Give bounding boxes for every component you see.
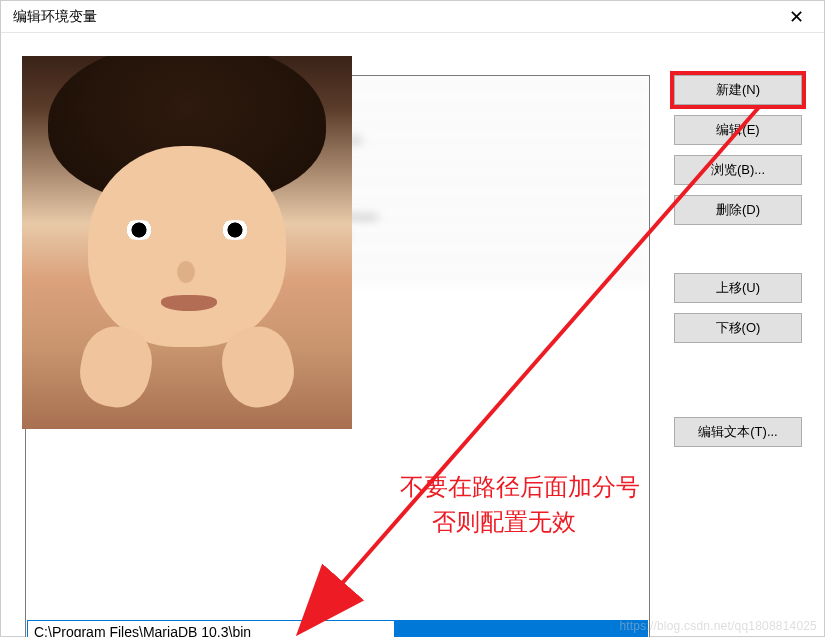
photo-eye-right [217,220,253,240]
browse-button[interactable]: 浏览(B)... [674,155,802,185]
move-up-button[interactable]: 上移(U) [674,273,802,303]
edit-button[interactable]: 编辑(E) [674,115,802,145]
button-column: 新建(N) 编辑(E) 浏览(B)... 删除(D) 上移(U) 下移(O) 编… [674,51,802,618]
new-button[interactable]: 新建(N) [674,75,802,105]
photo-face [88,146,286,347]
photo-mouth [161,295,217,311]
move-down-button[interactable]: 下移(O) [674,313,802,343]
edit-row [27,620,648,637]
overlay-photo [22,56,352,429]
spacer [674,353,802,407]
close-button[interactable]: ✕ [776,3,816,31]
dialog-title: 编辑环境变量 [13,8,97,26]
edit-text-button[interactable]: 编辑文本(T)... [674,417,802,447]
close-icon: ✕ [789,6,804,28]
selection-highlight [394,621,648,637]
watermark: https://blog.csdn.net/qq1808814025 [619,619,817,633]
delete-button[interactable]: 删除(D) [674,195,802,225]
photo-eye-left [121,220,157,240]
titlebar: 编辑环境变量 ✕ [1,1,824,33]
spacer [674,235,802,263]
